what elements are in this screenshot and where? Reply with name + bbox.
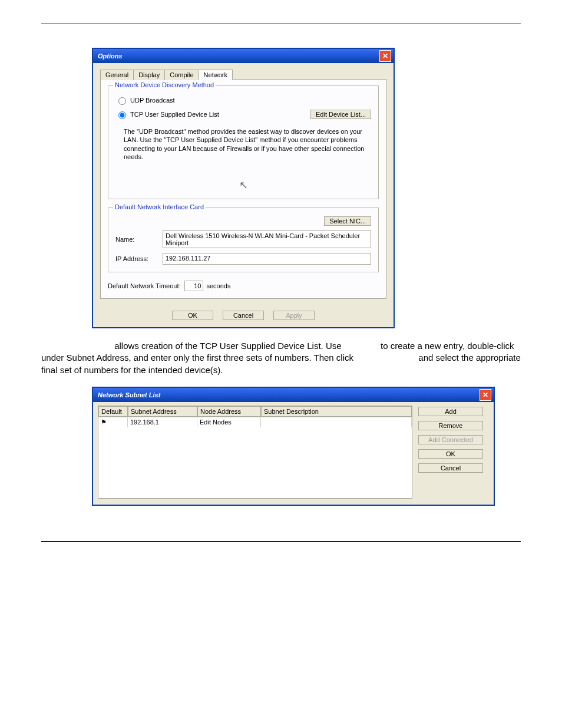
options-titlebar[interactable]: Options ✕ bbox=[93, 49, 394, 63]
timeout-input[interactable]: 10 bbox=[184, 281, 203, 291]
remove-button[interactable]: Remove bbox=[418, 421, 483, 430]
close-icon[interactable]: ✕ bbox=[379, 50, 391, 62]
select-nic-button[interactable]: Select NIC... bbox=[324, 216, 371, 226]
options-tabs: General Display Compile Network bbox=[100, 69, 386, 80]
timeout-label: Default Network Timeout: bbox=[108, 282, 181, 289]
tab-network[interactable]: Network bbox=[199, 70, 233, 80]
tab-display[interactable]: Display bbox=[133, 70, 165, 80]
table-row[interactable]: ⚑ 192.168.1 Edit Nodes bbox=[98, 417, 412, 427]
edit-device-list-button[interactable]: Edit Device List... bbox=[310, 110, 371, 119]
node-cell[interactable]: Edit Nodes bbox=[197, 417, 261, 427]
subnet-list-dialog: Network Subnet List ✕ Default Subnet Add… bbox=[92, 387, 495, 506]
nic-name-label: Name: bbox=[115, 236, 163, 243]
nic-ip-label: IP Address: bbox=[115, 255, 163, 262]
add-button[interactable]: Add bbox=[418, 407, 483, 416]
apply-button: Apply bbox=[273, 311, 315, 320]
desc-cell[interactable] bbox=[261, 417, 412, 427]
cursor-icon: ↖ bbox=[115, 179, 371, 192]
close-icon[interactable]: ✕ bbox=[480, 389, 491, 401]
timeout-unit: seconds bbox=[207, 282, 231, 289]
flag-icon: ⚑ bbox=[101, 419, 107, 426]
options-dialog: Options ✕ General Display Compile Networ… bbox=[92, 48, 395, 328]
radio-tcp-list-label: TCP User Supplied Device List bbox=[130, 111, 219, 118]
subnet-ok-button[interactable]: OK bbox=[418, 449, 483, 459]
group-discovery-title: Network Device Discovery Method bbox=[113, 81, 216, 88]
radio-tcp-list[interactable] bbox=[118, 111, 126, 119]
col-default[interactable]: Default bbox=[98, 406, 128, 417]
options-dialog-buttons: OK Cancel Apply bbox=[93, 305, 394, 327]
subnet-titlebar[interactable]: Network Subnet List ✕ bbox=[93, 388, 494, 402]
network-tabpanel: Network Device Discovery Method UDP Broa… bbox=[100, 79, 386, 299]
radio-udp-broadcast-label: UDP Broadcast bbox=[130, 97, 175, 104]
col-subnet[interactable]: Subnet Address bbox=[128, 406, 197, 417]
tab-compile[interactable]: Compile bbox=[164, 70, 199, 80]
subnet-cancel-button[interactable]: Cancel bbox=[418, 463, 483, 473]
nic-ip-value: 192.168.111.27 bbox=[163, 253, 371, 265]
instruction-paragraph: allows creation of the TCP User Supplied… bbox=[41, 340, 521, 376]
add-connected-button: Add Connected bbox=[418, 435, 483, 444]
group-nic-title: Default Network Interface Card bbox=[113, 203, 206, 210]
discovery-description: The "UDP Broadcast" method provides the … bbox=[124, 127, 371, 161]
group-nic: Default Network Interface Card Select NI… bbox=[108, 207, 379, 272]
subnet-side-buttons: Add Remove Add Connected OK Cancel bbox=[418, 406, 489, 499]
options-title: Options bbox=[98, 52, 123, 60]
subnet-title: Network Subnet List bbox=[98, 391, 160, 398]
ok-button[interactable]: OK bbox=[172, 311, 213, 320]
cancel-button[interactable]: Cancel bbox=[223, 311, 264, 320]
subnet-grid[interactable]: Default Subnet Address Node Address Subn… bbox=[98, 406, 412, 499]
col-node[interactable]: Node Address bbox=[197, 406, 261, 417]
default-flag-cell[interactable]: ⚑ bbox=[98, 417, 128, 427]
col-desc[interactable]: Subnet Description bbox=[261, 406, 412, 417]
nic-name-value: Dell Wireless 1510 Wireless-N WLAN Mini-… bbox=[163, 230, 371, 248]
subnet-cell[interactable]: 192.168.1 bbox=[128, 417, 197, 427]
group-discovery: Network Device Discovery Method UDP Broa… bbox=[108, 85, 379, 199]
radio-udp-broadcast[interactable] bbox=[118, 97, 126, 105]
tab-general[interactable]: General bbox=[100, 70, 134, 80]
